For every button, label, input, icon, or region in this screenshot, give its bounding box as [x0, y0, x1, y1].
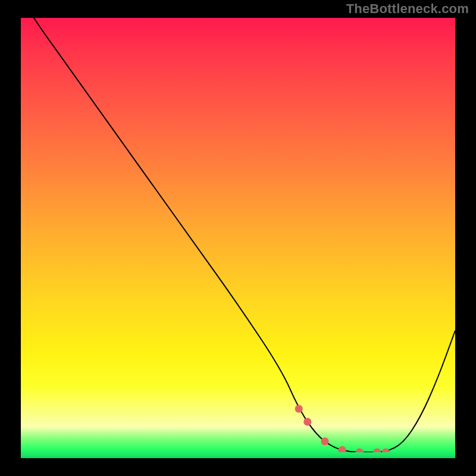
valley-dots: [295, 405, 390, 452]
valley-marker: [373, 448, 381, 452]
chart-root: TheBottleneck.com: [0, 0, 476, 476]
valley-dots-svg: [21, 18, 455, 452]
plot-area: [21, 18, 455, 458]
valley-marker: [339, 446, 346, 452]
valley-marker: [303, 418, 311, 425]
valley-marker: [382, 448, 390, 452]
attribution-text: TheBottleneck.com: [346, 1, 469, 17]
valley-marker: [321, 437, 328, 445]
valley-marker: [295, 405, 303, 412]
valley-marker: [356, 448, 364, 452]
